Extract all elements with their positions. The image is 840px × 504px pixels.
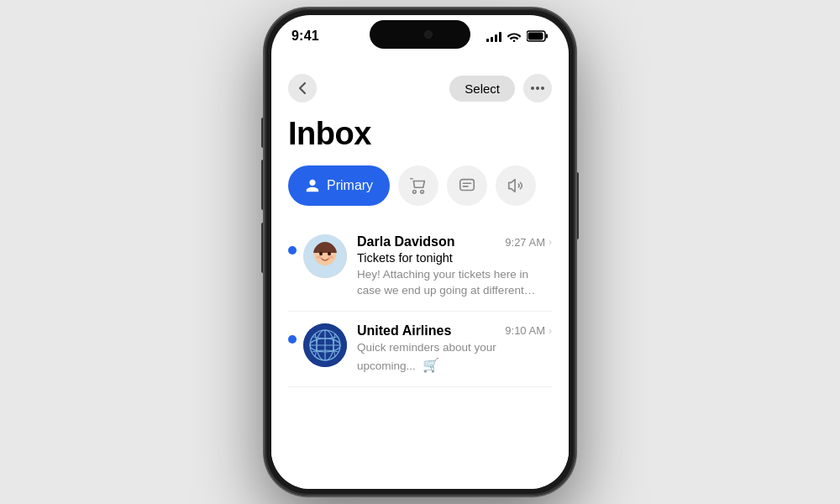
- email-chevron-united: ›: [549, 325, 552, 337]
- tab-social[interactable]: [447, 165, 487, 206]
- email-header-darla: Darla Davidson 9:27 AM ›: [357, 234, 552, 249]
- email-time-row-united: 9:10 AM ›: [505, 324, 552, 337]
- email-item-united[interactable]: United Airlines 9:10 AM › Quick reminder…: [288, 312, 552, 387]
- signal-icon: [486, 30, 501, 42]
- email-body-united: United Airlines 9:10 AM › Quick reminder…: [357, 323, 552, 375]
- signal-bar-4: [499, 32, 501, 42]
- back-button[interactable]: [288, 74, 317, 102]
- signal-bar-2: [491, 37, 493, 42]
- battery-icon: [527, 30, 549, 42]
- dynamic-island: [370, 20, 470, 49]
- svg-point-5: [541, 87, 544, 90]
- person-icon: [305, 178, 320, 193]
- more-dots-icon: [531, 87, 544, 90]
- cart-icon: [409, 176, 428, 195]
- unread-dot-united: [288, 335, 297, 344]
- svg-point-4: [536, 87, 539, 90]
- screen: 9:41: [271, 15, 569, 489]
- email-time-united: 9:10 AM: [505, 324, 545, 337]
- nav-bar: Select: [288, 64, 552, 109]
- tab-promo[interactable]: [496, 165, 536, 206]
- avatar-darla: [303, 234, 347, 278]
- status-time: 9:41: [291, 29, 319, 44]
- signal-bar-1: [486, 39, 489, 42]
- nav-actions: Select: [449, 74, 552, 102]
- memoji-avatar: [303, 234, 347, 278]
- signal-bar-3: [495, 34, 497, 42]
- svg-point-11: [319, 252, 323, 255]
- power-button[interactable]: [575, 172, 579, 239]
- inbox-title: Inbox: [288, 116, 552, 152]
- email-time-row-darla: 9:27 AM ›: [505, 236, 552, 249]
- tab-primary-label: Primary: [327, 178, 373, 193]
- email-time-darla: 9:27 AM: [505, 236, 545, 249]
- email-body-darla: Darla Davidson 9:27 AM › Tickets for ton…: [357, 234, 552, 299]
- svg-point-14: [328, 256, 333, 259]
- tab-primary[interactable]: Primary: [288, 165, 390, 206]
- sender-name-united: United Airlines: [357, 323, 451, 339]
- sender-name-darla: Darla Davidson: [357, 234, 454, 249]
- wifi-icon: [507, 30, 522, 42]
- email-header-united: United Airlines 9:10 AM ›: [357, 323, 552, 339]
- chat-icon: [458, 176, 476, 195]
- email-preview-darla: Hey! Attaching your tickets here in case…: [357, 267, 552, 299]
- svg-point-12: [328, 252, 331, 255]
- email-preview-united: Quick reminders about your upcoming... 🛒: [357, 340, 552, 375]
- avatar-united: [303, 323, 347, 367]
- phone-wrapper: 9:41: [265, 8, 575, 496]
- select-button[interactable]: Select: [449, 76, 515, 102]
- svg-rect-2: [546, 34, 549, 39]
- svg-point-13: [317, 256, 322, 259]
- tab-shopping[interactable]: [398, 165, 438, 206]
- email-subject-darla: Tickets for tonight: [357, 251, 552, 265]
- united-airlines-logo: [303, 323, 347, 367]
- megaphone-icon: [507, 176, 525, 195]
- category-tabs: Primary: [288, 165, 552, 206]
- svg-rect-1: [528, 33, 543, 40]
- content-area: Select Inbox: [271, 64, 569, 489]
- back-chevron-icon: [298, 81, 307, 95]
- email-item-darla[interactable]: Darla Davidson 9:27 AM › Tickets for ton…: [288, 223, 552, 312]
- more-button[interactable]: [523, 74, 552, 102]
- phone-frame: 9:41: [265, 8, 575, 496]
- svg-rect-6: [460, 180, 475, 191]
- camera-dot: [424, 30, 433, 39]
- email-chevron-darla: ›: [549, 236, 552, 248]
- svg-point-3: [531, 87, 534, 90]
- status-icons: [486, 29, 549, 42]
- cart-badge-united: 🛒: [423, 358, 439, 372]
- unread-dot-darla: [288, 246, 297, 255]
